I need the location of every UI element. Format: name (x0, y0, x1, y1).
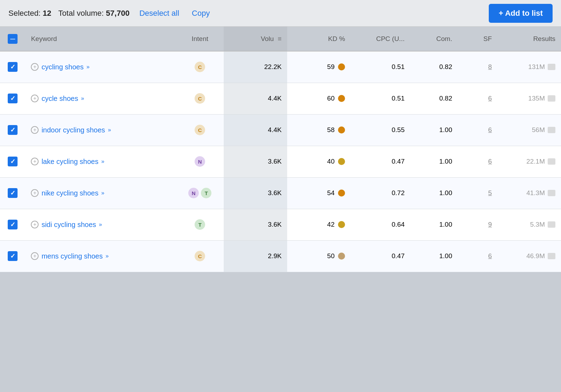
results-icon (548, 127, 555, 133)
row-com-cell: 0.82 (410, 83, 458, 114)
row-kd-cell: 59 (287, 51, 351, 83)
row-com-cell: 0.82 (410, 51, 458, 83)
table-container: Keyword Intent Volu ≡ KD % CPC (U... Com… (0, 27, 561, 272)
kd-dot (338, 95, 345, 102)
keyword-link[interactable]: +cycle shoes» (31, 95, 170, 103)
intent-badge: C (195, 93, 205, 104)
row-checkbox-cell[interactable] (0, 51, 25, 83)
keyword-link[interactable]: +mens cycling shoes» (31, 252, 170, 260)
deselect-all-button[interactable]: Deselect all (136, 7, 182, 19)
keyword-link[interactable]: +cycling shoes» (31, 63, 170, 71)
row-sf-cell[interactable]: 9 (458, 209, 498, 240)
row-volume-cell: 22.2K (224, 51, 287, 83)
sf-link[interactable]: 8 (488, 63, 492, 70)
table-row: +cycling shoes»C22.2K590.510.828131M (0, 51, 561, 83)
select-all-checkbox[interactable] (8, 34, 18, 44)
kd-dot (338, 158, 345, 165)
col-header-results: Results (498, 27, 561, 51)
keyword-chevrons[interactable]: » (106, 253, 109, 259)
row-keyword-cell: +lake cycling shoes» (25, 146, 176, 177)
row-checkbox-cell[interactable] (0, 83, 25, 114)
row-cpc-cell: 0.51 (351, 83, 410, 114)
keyword-chevrons[interactable]: » (99, 221, 102, 228)
results-icon (548, 221, 555, 228)
intent-badge: C (195, 62, 205, 72)
sf-link[interactable]: 5 (488, 189, 492, 197)
row-checkbox[interactable] (8, 94, 18, 103)
row-volume-cell: 3.6K (224, 177, 287, 209)
col-header-checkbox[interactable] (0, 27, 25, 51)
kd-dot (338, 221, 345, 228)
row-sf-cell[interactable]: 8 (458, 51, 498, 83)
keyword-chevrons[interactable]: » (86, 64, 89, 70)
sf-link[interactable]: 9 (488, 221, 492, 228)
row-sf-cell[interactable]: 6 (458, 240, 498, 272)
row-results-cell: 41.3M (498, 177, 561, 209)
row-checkbox-cell[interactable] (0, 240, 25, 272)
sf-link[interactable]: 6 (488, 252, 492, 260)
results-icon (548, 190, 555, 196)
kd-value: 58 (327, 126, 334, 134)
row-keyword-cell: +cycling shoes» (25, 51, 176, 83)
row-checkbox[interactable] (8, 220, 18, 229)
row-checkbox[interactable] (8, 251, 18, 261)
row-checkbox[interactable] (8, 62, 18, 72)
row-sf-cell[interactable]: 6 (458, 146, 498, 177)
plus-circle-icon[interactable]: + (31, 252, 39, 260)
col-header-com: Com. (410, 27, 458, 51)
row-checkbox[interactable] (8, 188, 18, 198)
plus-circle-icon[interactable]: + (31, 126, 39, 134)
row-intent-cell: NT (176, 177, 224, 209)
kd-dot (338, 190, 345, 197)
keyword-link[interactable]: +lake cycling shoes» (31, 158, 170, 166)
plus-circle-icon[interactable]: + (31, 189, 39, 197)
sf-link[interactable]: 6 (488, 95, 492, 102)
row-checkbox-cell[interactable] (0, 146, 25, 177)
row-results-cell: 131M (498, 51, 561, 83)
row-kd-cell: 60 (287, 83, 351, 114)
plus-circle-icon[interactable]: + (31, 158, 39, 165)
kd-dot (338, 253, 345, 260)
row-intent-cell: C (176, 83, 224, 114)
keyword-link[interactable]: +indoor cycling shoes» (31, 126, 170, 134)
sf-link[interactable]: 6 (488, 158, 492, 165)
row-sf-cell[interactable]: 6 (458, 83, 498, 114)
table-row: +sidi cycling shoes»T3.6K420.641.0095.3M (0, 209, 561, 240)
results-icon (548, 158, 555, 165)
keyword-link[interactable]: +sidi cycling shoes» (31, 221, 170, 229)
row-checkbox-cell[interactable] (0, 209, 25, 240)
row-checkbox[interactable] (8, 157, 18, 166)
row-keyword-cell: +indoor cycling shoes» (25, 114, 176, 146)
keyword-chevrons[interactable]: » (101, 190, 104, 196)
plus-circle-icon[interactable]: + (31, 221, 39, 228)
row-com-cell: 1.00 (410, 114, 458, 146)
col-header-volume[interactable]: Volu ≡ (224, 27, 287, 51)
keyword-text: mens cycling shoes (41, 252, 103, 260)
row-checkbox[interactable] (8, 125, 18, 135)
row-cpc-cell: 0.47 (351, 146, 410, 177)
add-to-list-button[interactable]: + Add to list (489, 4, 553, 23)
row-sf-cell[interactable]: 5 (458, 177, 498, 209)
row-checkbox-cell[interactable] (0, 114, 25, 146)
plus-circle-icon[interactable]: + (31, 63, 39, 71)
row-results-cell: 56M (498, 114, 561, 146)
sort-icon: ≡ (278, 35, 282, 43)
intent-badge: C (195, 251, 205, 261)
keyword-link[interactable]: +nike cycling shoes» (31, 189, 170, 197)
plus-circle-icon[interactable]: + (31, 95, 39, 102)
row-volume-cell: 4.4K (224, 83, 287, 114)
row-kd-cell: 50 (287, 240, 351, 272)
intent-badge: T (201, 188, 211, 198)
row-sf-cell[interactable]: 6 (458, 114, 498, 146)
row-kd-cell: 58 (287, 114, 351, 146)
copy-button[interactable]: Copy (189, 7, 212, 19)
results-value: 46.9M (526, 252, 545, 260)
row-keyword-cell: +cycle shoes» (25, 83, 176, 114)
keyword-chevrons[interactable]: » (101, 158, 104, 165)
kd-value: 60 (327, 95, 334, 102)
keyword-chevrons[interactable]: » (108, 127, 111, 133)
keyword-chevrons[interactable]: » (81, 95, 84, 102)
total-volume-info: Total volume: 57,700 (58, 9, 129, 18)
sf-link[interactable]: 6 (488, 126, 492, 133)
row-checkbox-cell[interactable] (0, 177, 25, 209)
